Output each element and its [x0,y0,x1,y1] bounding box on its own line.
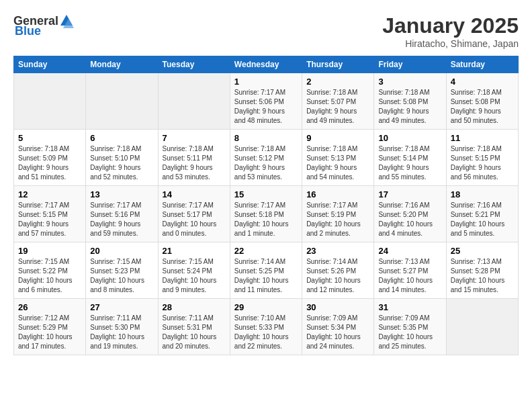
day-info: Sunrise: 7:17 AM Sunset: 5:18 PM Dayligh… [234,201,298,238]
location-subtitle: Hiratacho, Shimane, Japan [382,38,519,49]
calendar-cell: 13Sunrise: 7:17 AM Sunset: 5:16 PM Dayli… [86,186,158,242]
day-number: 16 [306,189,369,199]
calendar-cell: 19Sunrise: 7:15 AM Sunset: 5:22 PM Dayli… [14,242,86,299]
calendar-cell: 30Sunrise: 7:09 AM Sunset: 5:34 PM Dayli… [302,299,374,355]
day-of-week-header: Sunday [14,56,86,73]
calendar-cell: 23Sunrise: 7:14 AM Sunset: 5:26 PM Dayli… [302,242,374,299]
day-info: Sunrise: 7:15 AM Sunset: 5:24 PM Dayligh… [163,257,226,295]
calendar-cell: 2Sunrise: 7:18 AM Sunset: 5:07 PM Daylig… [302,73,374,130]
calendar-cell [86,73,158,130]
day-of-week-header: Tuesday [158,56,230,73]
calendar-cell: 31Sunrise: 7:09 AM Sunset: 5:35 PM Dayli… [374,299,446,355]
day-number: 25 [451,246,514,256]
day-info: Sunrise: 7:18 AM Sunset: 5:14 PM Dayligh… [378,144,441,182]
day-of-week-header: Wednesday [230,56,302,73]
day-info: Sunrise: 7:18 AM Sunset: 5:08 PM Dayligh… [378,88,441,126]
day-info: Sunrise: 7:16 AM Sunset: 5:21 PM Dayligh… [451,201,514,238]
calendar-week-row: 19Sunrise: 7:15 AM Sunset: 5:22 PM Dayli… [14,242,519,299]
page-header: General Blue January 2025 Hiratacho, Shi… [13,13,519,49]
day-number: 2 [306,77,369,87]
day-number: 10 [378,133,441,143]
day-info: Sunrise: 7:09 AM Sunset: 5:35 PM Dayligh… [378,314,441,351]
day-number: 11 [451,133,514,143]
day-number: 13 [90,189,153,199]
day-info: Sunrise: 7:14 AM Sunset: 5:25 PM Dayligh… [234,257,298,295]
day-number: 28 [163,302,226,312]
calendar-header-row: SundayMondayTuesdayWednesdayThursdayFrid… [14,56,519,73]
day-number: 6 [90,133,153,143]
calendar-cell: 7Sunrise: 7:18 AM Sunset: 5:11 PM Daylig… [158,130,230,186]
day-info: Sunrise: 7:11 AM Sunset: 5:30 PM Dayligh… [90,314,153,351]
day-number: 21 [163,246,226,256]
day-info: Sunrise: 7:13 AM Sunset: 5:28 PM Dayligh… [451,257,514,295]
calendar-week-row: 1Sunrise: 7:17 AM Sunset: 5:06 PM Daylig… [14,73,519,130]
day-info: Sunrise: 7:17 AM Sunset: 5:19 PM Dayligh… [306,201,369,238]
calendar-cell: 4Sunrise: 7:18 AM Sunset: 5:08 PM Daylig… [446,73,518,130]
logo-blue-text: Blue [15,24,41,38]
day-info: Sunrise: 7:18 AM Sunset: 5:12 PM Dayligh… [234,144,298,182]
calendar-table: SundayMondayTuesdayWednesdayThursdayFrid… [13,56,519,355]
calendar-cell: 21Sunrise: 7:15 AM Sunset: 5:24 PM Dayli… [158,242,230,299]
day-info: Sunrise: 7:18 AM Sunset: 5:15 PM Dayligh… [451,144,514,182]
calendar-cell: 9Sunrise: 7:18 AM Sunset: 5:13 PM Daylig… [302,130,374,186]
day-number: 5 [18,133,81,143]
day-number: 4 [451,77,514,87]
calendar-cell [446,299,518,355]
day-info: Sunrise: 7:13 AM Sunset: 5:27 PM Dayligh… [378,257,441,295]
day-number: 18 [451,189,514,199]
calendar-cell: 1Sunrise: 7:17 AM Sunset: 5:06 PM Daylig… [230,73,302,130]
day-number: 30 [306,302,369,312]
calendar-cell: 25Sunrise: 7:13 AM Sunset: 5:28 PM Dayli… [446,242,518,299]
day-info: Sunrise: 7:17 AM Sunset: 5:06 PM Dayligh… [234,88,298,126]
day-number: 3 [378,77,441,87]
day-number: 23 [306,246,369,256]
calendar-cell [14,73,86,130]
calendar-cell: 28Sunrise: 7:11 AM Sunset: 5:31 PM Dayli… [158,299,230,355]
calendar-cell: 29Sunrise: 7:10 AM Sunset: 5:33 PM Dayli… [230,299,302,355]
day-number: 20 [90,246,153,256]
calendar-cell: 6Sunrise: 7:18 AM Sunset: 5:10 PM Daylig… [86,130,158,186]
day-number: 24 [378,246,441,256]
day-number: 8 [234,133,298,143]
day-info: Sunrise: 7:14 AM Sunset: 5:26 PM Dayligh… [306,257,369,295]
day-info: Sunrise: 7:18 AM Sunset: 5:10 PM Dayligh… [90,144,153,182]
day-number: 12 [18,189,81,199]
calendar-cell [158,73,230,130]
day-info: Sunrise: 7:10 AM Sunset: 5:33 PM Dayligh… [234,314,298,351]
day-number: 15 [234,189,298,199]
calendar-cell: 12Sunrise: 7:17 AM Sunset: 5:15 PM Dayli… [14,186,86,242]
day-number: 29 [234,302,298,312]
day-number: 26 [18,302,81,312]
calendar-cell: 18Sunrise: 7:16 AM Sunset: 5:21 PM Dayli… [446,186,518,242]
day-info: Sunrise: 7:16 AM Sunset: 5:20 PM Dayligh… [378,201,441,238]
day-info: Sunrise: 7:18 AM Sunset: 5:11 PM Dayligh… [163,144,226,182]
calendar-week-row: 26Sunrise: 7:12 AM Sunset: 5:29 PM Dayli… [14,299,519,355]
day-info: Sunrise: 7:18 AM Sunset: 5:07 PM Dayligh… [306,88,369,126]
day-info: Sunrise: 7:17 AM Sunset: 5:17 PM Dayligh… [163,201,226,238]
calendar-cell: 14Sunrise: 7:17 AM Sunset: 5:17 PM Dayli… [158,186,230,242]
calendar-cell: 20Sunrise: 7:15 AM Sunset: 5:23 PM Dayli… [86,242,158,299]
day-info: Sunrise: 7:12 AM Sunset: 5:29 PM Dayligh… [18,314,81,351]
calendar-cell: 8Sunrise: 7:18 AM Sunset: 5:12 PM Daylig… [230,130,302,186]
day-info: Sunrise: 7:11 AM Sunset: 5:31 PM Dayligh… [163,314,226,351]
day-info: Sunrise: 7:18 AM Sunset: 5:09 PM Dayligh… [18,144,81,182]
day-info: Sunrise: 7:18 AM Sunset: 5:13 PM Dayligh… [306,144,369,182]
logo: General Blue [13,13,75,38]
calendar-cell: 3Sunrise: 7:18 AM Sunset: 5:08 PM Daylig… [374,73,446,130]
day-number: 27 [90,302,153,312]
calendar-cell: 17Sunrise: 7:16 AM Sunset: 5:20 PM Dayli… [374,186,446,242]
calendar-cell: 5Sunrise: 7:18 AM Sunset: 5:09 PM Daylig… [14,130,86,186]
day-info: Sunrise: 7:15 AM Sunset: 5:22 PM Dayligh… [18,257,81,295]
month-title: January 2025 [382,13,519,38]
day-number: 7 [163,133,226,143]
day-of-week-header: Saturday [446,56,518,73]
day-of-week-header: Thursday [302,56,374,73]
day-info: Sunrise: 7:17 AM Sunset: 5:16 PM Dayligh… [90,201,153,238]
calendar-week-row: 5Sunrise: 7:18 AM Sunset: 5:09 PM Daylig… [14,130,519,186]
calendar-cell: 24Sunrise: 7:13 AM Sunset: 5:27 PM Dayli… [374,242,446,299]
day-info: Sunrise: 7:09 AM Sunset: 5:34 PM Dayligh… [306,314,369,351]
calendar-cell: 16Sunrise: 7:17 AM Sunset: 5:19 PM Dayli… [302,186,374,242]
calendar-cell: 15Sunrise: 7:17 AM Sunset: 5:18 PM Dayli… [230,186,302,242]
day-info: Sunrise: 7:18 AM Sunset: 5:08 PM Dayligh… [451,88,514,126]
day-of-week-header: Friday [374,56,446,73]
